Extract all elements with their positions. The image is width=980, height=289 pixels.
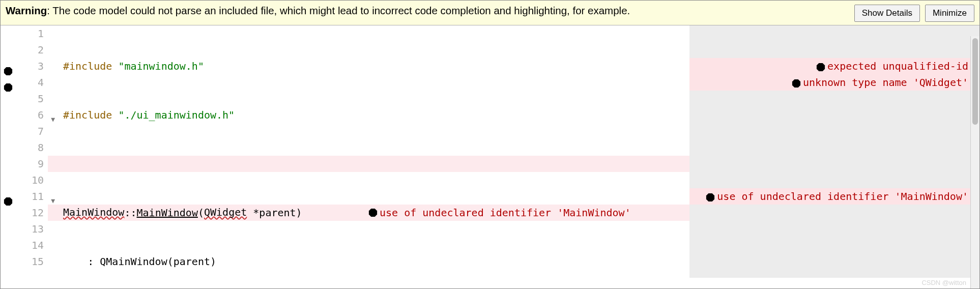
line-number: 10: [32, 172, 44, 188]
line-number: 9: [38, 156, 44, 172]
code-editor[interactable]: 1 2 3 4 5 6 ▼ 7 8 9 10 11 ▼ 12 13 14 15 …: [1, 25, 979, 278]
line-number: 15: [32, 253, 44, 270]
line-number: 11: [32, 188, 44, 205]
warning-buttons: Show Details Minimize: [854, 4, 974, 22]
warning-text: Warning: The code model could not parse …: [6, 4, 854, 18]
warning-message: : The code model could not parse an incl…: [47, 5, 630, 16]
code-line-error: [48, 156, 689, 172]
code-line: #include "mainwindow.h": [48, 58, 689, 74]
line-number: 1: [38, 25, 44, 42]
code-line-error: MainWindow::MainWindow(QWidget *parent) …: [48, 205, 689, 221]
line-number: 14: [32, 237, 44, 253]
line-number: 5: [38, 91, 44, 107]
gutter: 1 2 3 4 5 6 ▼ 7 8 9 10 11 ▼ 12 13 14 15: [1, 25, 48, 278]
error-icon: [816, 63, 825, 72]
line-number: 4: [38, 74, 44, 91]
line-number: 2: [38, 42, 44, 58]
error-annotation: unknown type name 'QWidget': [689, 74, 979, 91]
error-icon: [706, 193, 715, 202]
vertical-scrollbar[interactable]: [970, 36, 979, 288]
error-annotation: use of undeclared identifier 'MainWindow…: [689, 188, 979, 205]
error-icon: [368, 208, 378, 217]
warning-bar: Warning: The code model could not parse …: [1, 1, 979, 25]
annotation-panel: expected unqualified-id unknown type nam…: [689, 25, 979, 278]
warning-label: Warning: [6, 5, 47, 16]
inline-error-annotation: use of undeclared identifier 'MainWindow…: [368, 205, 631, 221]
line-number: 13: [32, 221, 44, 237]
code-line: : QMainWindow(parent): [48, 253, 689, 270]
line-number: 6: [38, 107, 44, 123]
code-area[interactable]: #include "mainwindow.h" #include "./ui_m…: [48, 25, 689, 278]
error-annotation: expected unqualified-id: [689, 58, 979, 74]
code-line: #include "./ui_mainwindow.h": [48, 107, 689, 123]
line-number: 7: [38, 123, 44, 139]
show-details-button[interactable]: Show Details: [854, 5, 920, 22]
scrollbar-thumb[interactable]: [972, 38, 978, 125]
line-number: 12: [32, 205, 44, 221]
watermark: CSDN @witton: [921, 279, 966, 286]
error-icon: [792, 79, 801, 88]
minimize-button[interactable]: Minimize: [925, 5, 974, 22]
line-number: 3: [38, 58, 44, 74]
line-number: 8: [38, 139, 44, 156]
